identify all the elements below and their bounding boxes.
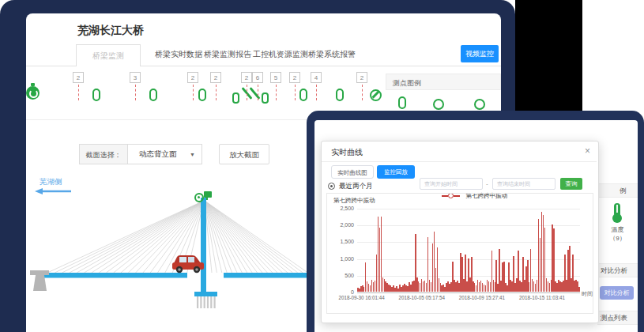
y-tick-label: 0: [330, 289, 354, 295]
camera-icon[interactable]: [204, 191, 212, 198]
y-tick-label: 2,500: [330, 206, 354, 211]
chart-title: 第七跨跨中振动: [333, 197, 375, 205]
x-tick-label: 2018-09-30 16:01:44: [334, 295, 390, 300]
sensor-count-badge: 4: [311, 72, 322, 83]
gridline: [357, 209, 580, 209]
tab-2[interactable]: 桥梁监测报告: [204, 49, 251, 60]
stopwatch-icon[interactable]: [26, 86, 40, 100]
chart-bar: [578, 287, 580, 292]
link-sensor-icon[interactable]: [299, 89, 307, 101]
x-tick-label: 2018-10-09 15:27:41: [454, 295, 510, 300]
tab-0[interactable]: 桥梁监测: [76, 44, 141, 66]
radio-label: 最近两个月: [339, 182, 373, 191]
dialog-title: 实时曲线: [331, 147, 363, 158]
sensor-count-badge: 2: [187, 72, 198, 83]
tab-realtime-curve[interactable]: 实时曲线图: [331, 165, 374, 179]
temperature-count: （9）: [604, 234, 631, 243]
page-title: 芜湖长江大桥: [77, 24, 144, 38]
sensor-ring-icon: [433, 99, 444, 110]
sensor-count-badge: 2: [73, 72, 84, 83]
sensor-count-badge: 2: [289, 72, 300, 83]
close-icon[interactable]: ×: [585, 145, 590, 157]
tab-monitor-playback[interactable]: 监控回放: [377, 165, 415, 179]
link-sensor-icon: [398, 96, 406, 109]
sensor-count-badge: 5: [270, 72, 281, 83]
x-axis-name: 时间: [582, 290, 593, 298]
section-select-label: 截面选择：: [79, 144, 128, 164]
anemometer-icon[interactable]: [194, 193, 204, 202]
legend-panel-header: 测点图例: [386, 74, 501, 90]
link-sensor-icon[interactable]: [149, 89, 157, 101]
section-select-dropdown[interactable]: 动态背立面 ▼: [127, 144, 202, 164]
link-sensor-icon[interactable]: [336, 89, 344, 101]
sensor-count-badge: 3: [130, 72, 141, 83]
bridge-deck-right: [224, 273, 308, 278]
bridge-side-label: 芜湖侧: [40, 177, 62, 187]
bridge-deck-left: [44, 273, 187, 278]
temperature-label: 温度: [604, 225, 631, 234]
realtime-curve-dialog: 实时曲线 × 实时曲线图 监控回放 最近两个月 查询开始时间 - 查询结束时间 …: [321, 141, 599, 323]
sensor-row: 2322265242: [0, 71, 379, 115]
compare-section-header: 对比分析: [597, 263, 638, 277]
tower-piles: [197, 296, 216, 308]
compare-analysis-button[interactable]: 对比分析: [600, 286, 634, 300]
sensor-count-badge: 6: [252, 72, 263, 83]
screen: 芜湖长江大桥 桥梁监测桥梁实时数据桥梁监测报告工控机资源监测桥梁系统报警 视频监…: [0, 0, 644, 332]
tab-4[interactable]: 桥梁系统报警: [308, 49, 356, 60]
y-tick-label: 2,000: [330, 222, 354, 228]
prohibit-icon[interactable]: [370, 89, 382, 101]
x-tick-label: 2018-10-15 11:03:41: [514, 295, 570, 300]
chevron-down-icon: ▼: [190, 152, 195, 157]
background-black-region: [515, 0, 582, 111]
car: [172, 255, 204, 273]
link-sensor-icon[interactable]: [198, 89, 206, 101]
thermometer-icon[interactable]: [612, 203, 623, 223]
y-tick-label: 500: [330, 273, 354, 278]
section-select-value: 动态背立面: [139, 149, 177, 160]
bridge-diagram: [24, 191, 308, 310]
tab-1[interactable]: 桥梁实时数据: [155, 49, 202, 60]
sidebar-partial-header: 例: [597, 183, 638, 198]
query-button[interactable]: 查询: [560, 178, 582, 190]
tower-pile-cap: [194, 292, 217, 296]
point-list-header: 测点列表: [597, 311, 638, 325]
tab-3[interactable]: 工控机资源监测: [253, 49, 308, 60]
bridge-tower: [201, 198, 206, 294]
expansion-joint-icon[interactable]: [232, 85, 269, 106]
range-separator: -: [486, 180, 488, 187]
video-monitor-button[interactable]: 视频监控: [461, 45, 499, 62]
link-sensor-icon[interactable]: [92, 89, 100, 101]
chart-plot-area: [357, 209, 580, 292]
gridline: [357, 242, 580, 243]
y-tick-label: 1,500: [330, 239, 354, 244]
x-tick-label: 2018-10-05 05:17:54: [394, 295, 450, 300]
sensor-count-badge: 2: [241, 72, 252, 83]
y-tick-label: 1,000: [330, 256, 354, 262]
dialog-header-divider: [322, 161, 597, 162]
gridline: [357, 292, 580, 293]
chart-container: 第七跨跨中振动 2,5002,0001,5001,0005000 2018-09…: [326, 193, 593, 314]
sensor-count-badge: 2: [356, 72, 367, 83]
sensor-ring-icon: [474, 99, 485, 110]
sensor-count-badge: 2: [210, 72, 221, 83]
gridline: [357, 225, 580, 226]
left-pier: [30, 270, 49, 291]
zoom-section-button[interactable]: 放大截面: [219, 144, 269, 164]
legend-panel-title: 测点图例: [393, 78, 421, 89]
last-two-months-radio[interactable]: [328, 183, 335, 190]
